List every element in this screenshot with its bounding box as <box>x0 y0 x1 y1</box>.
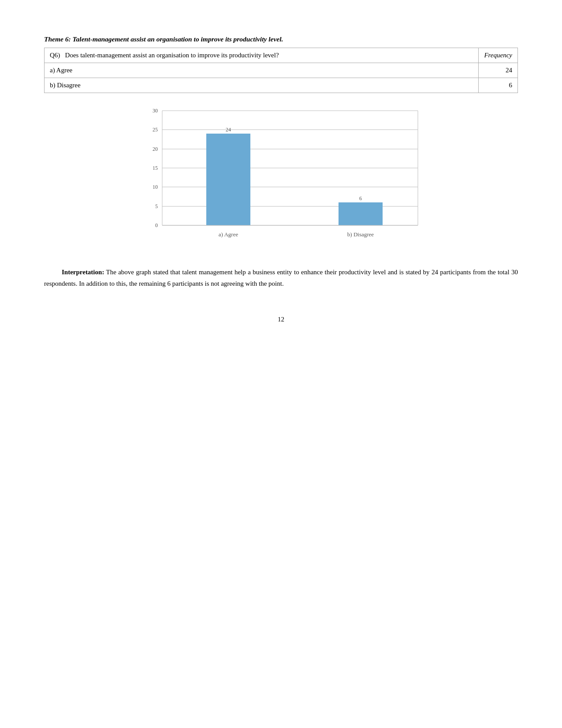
page-number: 12 <box>44 316 518 323</box>
table-row: b) Disagree 6 <box>45 78 518 93</box>
disagree-bar <box>339 202 383 225</box>
question-label: Q6) <box>50 52 60 59</box>
agree-label: a) Agree <box>45 63 479 78</box>
svg-text:30: 30 <box>153 108 158 114</box>
svg-text:15: 15 <box>153 165 158 171</box>
agree-value: 24 <box>479 63 518 78</box>
disagree-value: 6 <box>479 78 518 93</box>
question-text: Does talent-management assist an organis… <box>65 52 279 59</box>
interpretation-section: Interpretation: The above graph stated t… <box>44 267 518 289</box>
chart-wrapper: 0 5 10 15 20 25 30 24 6 a) Agree b <box>136 102 427 254</box>
svg-text:0: 0 <box>155 222 158 228</box>
bar-chart: 0 5 10 15 20 25 30 24 6 a) Agree b <box>136 102 427 252</box>
svg-text:10: 10 <box>153 184 158 190</box>
svg-text:5: 5 <box>155 203 158 209</box>
svg-text:24: 24 <box>226 127 231 133</box>
svg-text:b) Disagree: b) Disagree <box>347 231 374 238</box>
theme-title: Theme 6: Talent-management assist an org… <box>44 35 518 43</box>
question-cell: Q6) Does talent-management assist an org… <box>45 48 479 63</box>
table-header-row: Q6) Does talent-management assist an org… <box>45 48 518 63</box>
frequency-header: Frequency <box>479 48 518 63</box>
interpretation-label: Interpretation: <box>62 269 104 276</box>
data-table: Q6) Does talent-management assist an org… <box>44 48 518 93</box>
interpretation-text: The above graph stated that talent manag… <box>44 269 518 287</box>
svg-text:20: 20 <box>153 146 158 152</box>
svg-text:25: 25 <box>153 127 158 133</box>
svg-text:a) Agree: a) Agree <box>218 231 238 238</box>
svg-text:6: 6 <box>359 195 362 202</box>
agree-bar <box>206 134 250 225</box>
disagree-label: b) Disagree <box>45 78 479 93</box>
table-row: a) Agree 24 <box>45 63 518 78</box>
